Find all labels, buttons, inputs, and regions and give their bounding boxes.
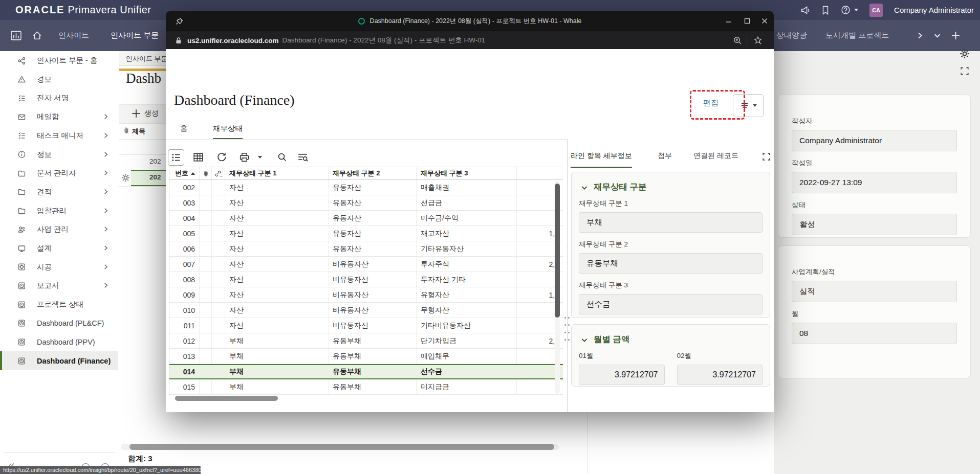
table-row-010[interactable]: 010자산비유동자산무형자산	[169, 303, 563, 318]
search-icon[interactable]	[274, 149, 290, 165]
field-value[interactable]: 부채	[579, 212, 763, 233]
table-row-005[interactable]: 005자산유동자산재고자산1,9	[169, 226, 563, 241]
sidebar-item-alerts[interactable]: 경보	[0, 70, 118, 89]
minimize-button[interactable]	[725, 17, 733, 25]
field-value[interactable]: 3.97212707	[579, 365, 665, 385]
help-icon[interactable]	[841, 5, 858, 15]
field-value[interactable]: 유동부채	[579, 253, 763, 274]
column-header-category2[interactable]: 재무상태 구분 2	[329, 167, 417, 179]
panel-expand-icon[interactable]	[762, 152, 771, 161]
filter-search-icon[interactable]	[295, 149, 310, 165]
table-row-011[interactable]: 011자산비유동자산기타비유동자산4	[169, 318, 563, 333]
table-row-009[interactable]: 009자산비유동자산유형자산1,2	[169, 287, 563, 303]
sidebar-item-estimate[interactable]: 견적	[0, 183, 118, 201]
field-value[interactable]: 3.97212707	[677, 365, 763, 385]
table-row-014[interactable]: 014부채유동부채선수금	[169, 364, 563, 379]
page-hscrollbar-thumb[interactable]	[129, 444, 554, 450]
tab-project-2[interactable]: 도시개발 프로젝트	[825, 20, 889, 51]
sidebar-item-dashboard-plcf[interactable]: Dashboard (PL&CF)	[0, 314, 118, 333]
print-icon[interactable]	[236, 149, 252, 165]
panel-gear-icon[interactable]	[959, 48, 970, 59]
tab-line-item-details[interactable]: 라인 항목 세부정보	[571, 151, 632, 168]
sidebar-item-label: 인사이트 부문 - 홈	[37, 56, 97, 65]
zoom-page-icon[interactable]	[733, 36, 742, 45]
cell-cclip	[200, 379, 212, 394]
avatar[interactable]: CA	[869, 4, 883, 17]
chevron-down-icon[interactable]	[581, 184, 588, 191]
table-vscrollbar-thumb[interactable]	[555, 184, 560, 318]
field-value[interactable]: 실적	[792, 281, 957, 302]
column-header-link[interactable]	[212, 167, 225, 179]
sidebar-item-dashboard-finance[interactable]: Dashboard (Finance)	[0, 351, 118, 370]
sidebar-item-project-status[interactable]: 프로젝트 상태	[0, 295, 118, 314]
sidebar-item-construction[interactable]: 시공	[0, 258, 118, 277]
panel-expand-icon[interactable]	[960, 66, 969, 76]
tabs-scroll-right-icon[interactable]	[916, 20, 924, 51]
table-row-008[interactable]: 008자산비유동자산투자자산 기타	[169, 272, 563, 287]
table-row-013[interactable]: 013부채유동부채매입채무6	[169, 349, 563, 364]
row-gear-icon[interactable]	[121, 173, 130, 183]
address-bar[interactable]: us2.unifier.oraclecloud.com Dashboard (F…	[166, 31, 774, 50]
column-header-category3[interactable]: 재무상태 구분 3	[417, 167, 517, 179]
sidebar-item-esignature[interactable]: 전자 서명	[0, 88, 118, 107]
insight-chart-icon[interactable]	[10, 20, 22, 51]
table-row-003[interactable]: 003자산유동자산선급금1	[169, 195, 563, 211]
sidebar-item-label: 사업 관리	[37, 224, 69, 234]
bg-column-title[interactable]: 제목	[132, 127, 145, 136]
bookmark-icon[interactable]	[821, 6, 830, 15]
create-button[interactable]: 생성	[144, 109, 159, 118]
column-header-amount[interactable]	[517, 167, 563, 179]
refresh-icon[interactable]	[214, 149, 229, 165]
tab-insight[interactable]: 인사이트	[58, 20, 89, 51]
print-caret-icon[interactable]	[256, 149, 264, 165]
table-row-004[interactable]: 004자산유동자산미수금/수익1	[169, 211, 563, 226]
sidebar-item-insight-home[interactable]: 인사이트 부문 - 홈	[0, 51, 118, 70]
table-row-007[interactable]: 007자산비유동자산투자주식2,9	[169, 257, 563, 272]
megaphone-icon[interactable]	[800, 5, 810, 15]
sidebar-item-mailbox[interactable]: 메일함	[0, 107, 118, 126]
column-header-category1[interactable]: 재무상태 구분 1	[225, 167, 329, 179]
field-value[interactable]: 활성	[792, 214, 957, 235]
table-row-015[interactable]: 015부채유동부채미지급금	[169, 379, 563, 395]
create-plus-icon[interactable]	[131, 108, 141, 119]
sidebar-item-info[interactable]: 정보	[0, 145, 118, 164]
maximize-button[interactable]	[743, 17, 751, 25]
sidebar-item-business-management[interactable]: 사업 관리	[0, 220, 118, 239]
field-label: 재무상태 구분 1	[579, 199, 763, 208]
table-row-006[interactable]: 006자산유동자산기타유동자산1	[169, 241, 563, 257]
table-row-012[interactable]: 012부채유동부채단기차입금2,0	[169, 333, 563, 349]
sidebar-item-dashboard-ppv[interactable]: Dashboard (PPV)	[0, 333, 118, 352]
window-title-bar[interactable]: Dashboard (Finance) - 2022년 08월 (실적) - 프…	[166, 11, 774, 31]
tab-home[interactable]: 홈	[180, 124, 188, 138]
tab-financial-status[interactable]: 재무상태	[213, 124, 243, 140]
close-button[interactable]	[760, 17, 769, 25]
chevron-down-icon[interactable]	[581, 336, 588, 344]
sidebar-item-task-manager[interactable]: 태스크 매니저	[0, 126, 118, 145]
column-header-attachment[interactable]	[200, 167, 212, 179]
table-hscrollbar-thumb[interactable]	[175, 396, 278, 401]
home-icon[interactable]	[32, 20, 42, 51]
field-label: 작성일	[792, 159, 957, 168]
field-value[interactable]: Company Administrator	[792, 130, 957, 151]
list-view-icon[interactable]	[168, 149, 184, 166]
bg-row-1[interactable]: 202	[149, 157, 161, 165]
tab-insight-division[interactable]: 인사이트 부문	[111, 20, 159, 51]
table-row-002[interactable]: 002자산유동자산매출채권1	[169, 180, 563, 195]
grid-view-icon[interactable]	[190, 149, 206, 165]
sidebar-item-bid-management[interactable]: 입찰관리	[0, 201, 118, 220]
field-value[interactable]: 선수금	[579, 294, 763, 314]
bg-row-2[interactable]: 202	[149, 173, 161, 181]
field-value[interactable]: 08	[792, 323, 957, 344]
breadcrumb[interactable]: 인사이트 부문	[126, 54, 168, 63]
sidebar-item-reports[interactable]: 보고서	[0, 276, 118, 295]
column-header-number[interactable]: 번호	[169, 167, 200, 179]
field-value[interactable]: 2022-09-27 13:09	[792, 172, 957, 193]
tab-project-1[interactable]: 상태양광	[776, 20, 807, 51]
tab-attachments[interactable]: 첨부	[658, 151, 672, 167]
add-tab-icon[interactable]	[951, 20, 961, 51]
sidebar-item-design[interactable]: 설계	[0, 239, 118, 258]
tab-linked-records[interactable]: 연결된 레코드	[693, 151, 738, 167]
tabs-dropdown-icon[interactable]	[933, 20, 941, 51]
bookmark-star-icon[interactable]	[753, 36, 763, 45]
sidebar-item-document-manager[interactable]: 문서 관리자	[0, 164, 118, 183]
